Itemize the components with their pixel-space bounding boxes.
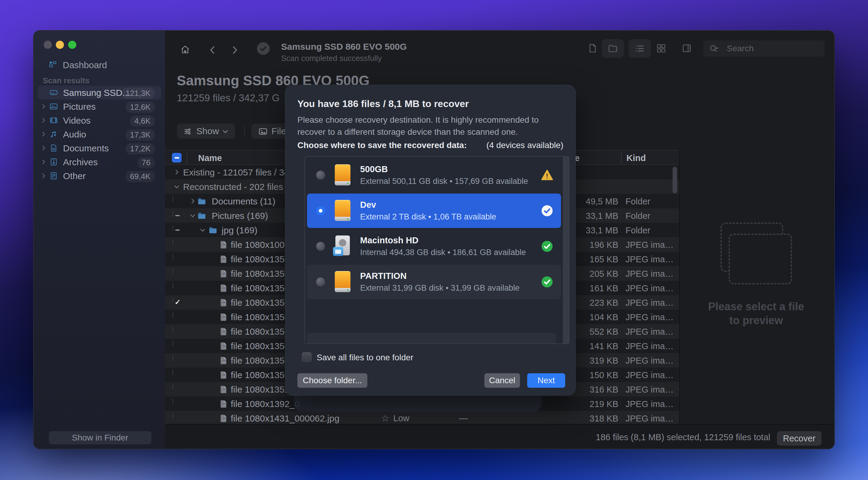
sidebar-item[interactable]: Archives 76	[38, 155, 161, 169]
row-kind: Folder	[625, 211, 650, 221]
row-type-icon	[219, 370, 228, 380]
save-to-one-folder-checkbox[interactable]	[302, 352, 312, 362]
sidebar-item-icon	[49, 116, 58, 125]
forward-icon[interactable]	[229, 44, 240, 56]
row-disclosure-icon[interactable]	[189, 212, 196, 219]
row-checkbox[interactable]	[173, 399, 173, 404]
grid-view-icon[interactable]	[656, 43, 666, 54]
device-drive-icon	[333, 164, 352, 187]
sidebar-item-icon	[49, 157, 58, 166]
500GB[interactable]: 500GB External 500,11 GB disk • 157,69 G…	[307, 158, 561, 192]
row-checkbox[interactable]	[173, 384, 173, 390]
select-all-checkbox[interactable]	[172, 153, 182, 162]
column-header-kind[interactable]: Kind	[626, 153, 646, 163]
row-size: 318 KB	[590, 414, 618, 424]
chevron-right-icon[interactable]	[40, 103, 47, 110]
row-type-icon	[165, 167, 175, 177]
sidebar-item-dashboard[interactable]: Dashboard	[34, 59, 165, 71]
preview-panel-icon[interactable]	[681, 43, 692, 54]
sidebar-item-icon	[49, 102, 58, 111]
device-description: Internal 494,38 GB disk • 186,61 GB avai…	[360, 248, 540, 257]
row-disclosure-icon[interactable]	[189, 197, 196, 205]
close-window-button[interactable]	[44, 41, 52, 49]
sidebar-item-count: 121,3K	[122, 88, 155, 99]
row-disclosure-icon[interactable]	[199, 226, 206, 234]
sidebar-item[interactable]: Videos 4,6K	[38, 114, 161, 127]
choose-folder-button[interactable]: Choose folder...	[298, 373, 367, 388]
toolbar-title: Samsung SSD 860 EVO 500G	[281, 42, 407, 52]
table-scrollbar[interactable]	[673, 167, 677, 193]
show-filter-button[interactable]: Show	[177, 124, 235, 139]
PARTITION[interactable]: PARTITION External 31,99 GB disk • 31,99…	[307, 265, 561, 299]
row-type-icon	[219, 384, 228, 394]
minimize-window-button[interactable]	[56, 41, 64, 49]
dialog-title: You have 186 files / 8,1 MB to recover	[298, 98, 469, 109]
device-list-scrollbar[interactable]	[563, 157, 569, 344]
preview-placeholder-box-front	[728, 234, 792, 284]
row-kind: JPEG ima…	[625, 356, 674, 366]
row-checkbox[interactable]	[173, 196, 173, 202]
row-checkbox[interactable]	[173, 269, 173, 274]
row-checkbox[interactable]	[173, 413, 173, 419]
home-icon[interactable]	[180, 44, 191, 55]
list-view-button[interactable]	[628, 39, 651, 58]
row-checkbox[interactable]	[173, 312, 173, 318]
device-radio[interactable]	[316, 277, 325, 286]
row-checkbox[interactable]	[173, 225, 173, 231]
column-header-name[interactable]: Name	[198, 153, 222, 163]
row-size: 319 KB	[590, 356, 618, 366]
row-kind: JPEG ima…	[625, 283, 674, 293]
row-type-icon	[219, 341, 228, 351]
row-checkbox[interactable]	[173, 341, 173, 346]
sidebar-item[interactable]: Audio 17,3K	[38, 127, 161, 141]
sidebar-item-label: Videos	[63, 116, 91, 126]
file 1080x1431_000062.jpg[interactable]: file 1080x1431_000062.jpg ☆ Low — 318 KB…	[165, 411, 679, 424]
folder-view-button[interactable]	[602, 39, 624, 58]
row-type-icon	[219, 399, 228, 409]
sidebar-item[interactable]: Documents 17,2K	[38, 141, 161, 155]
row-checkbox[interactable]	[173, 297, 173, 303]
row-kind: JPEG ima…	[625, 312, 674, 322]
row-checkbox[interactable]	[173, 326, 173, 332]
row-kind: JPEG ima…	[625, 370, 674, 380]
sidebar-item-count: 76	[137, 157, 155, 168]
chevron-right-icon[interactable]	[40, 117, 47, 124]
show-in-finder-button[interactable]: Show in Finder	[49, 431, 151, 444]
row-type-icon	[219, 326, 228, 336]
row-checkbox[interactable]	[173, 240, 173, 245]
device-drive-icon	[333, 270, 352, 293]
scan-status-check-icon	[257, 42, 270, 55]
new-file-icon[interactable]	[587, 43, 598, 54]
sidebar-item[interactable]: Pictures 12,6K	[38, 99, 161, 114]
Dev[interactable]: Dev External 2 TB disk • 1,06 TB availab…	[307, 194, 561, 228]
row-checkbox[interactable]	[173, 211, 173, 216]
sidebar-item[interactable]: Other 69,4K	[38, 169, 161, 183]
search-input[interactable]: Search	[703, 40, 825, 57]
device-row-partial	[307, 333, 556, 344]
row-type-icon	[219, 312, 228, 322]
sidebar-item-label: Audio	[63, 129, 86, 139]
row-kind: JPEG ima…	[625, 269, 674, 279]
row-checkbox[interactable]	[173, 370, 173, 375]
Macintosh HD[interactable]: Macintosh HD Internal 494,38 GB disk • 1…	[307, 229, 561, 263]
chevron-right-icon[interactable]	[40, 131, 47, 138]
row-checkbox[interactable]	[173, 283, 173, 289]
next-button[interactable]: Next	[527, 373, 565, 388]
zoom-window-button[interactable]	[68, 41, 76, 49]
row-name: file 1080x1431_000062.jpg	[231, 413, 339, 424]
device-radio[interactable]	[316, 171, 325, 180]
device-radio[interactable]	[316, 206, 325, 215]
back-icon[interactable]	[207, 44, 218, 56]
recover-button[interactable]: Recover	[777, 431, 822, 446]
device-radio[interactable]	[316, 242, 325, 251]
chevron-right-icon[interactable]	[40, 172, 47, 180]
device-drive-icon	[333, 199, 352, 222]
sidebar-item-icon	[49, 143, 58, 153]
chevron-right-icon[interactable]	[40, 158, 47, 165]
rating-label: Low	[393, 413, 409, 423]
chevron-right-icon[interactable]	[40, 145, 47, 152]
cancel-button[interactable]: Cancel	[484, 373, 520, 388]
row-checkbox[interactable]	[173, 355, 173, 361]
row-checkbox[interactable]	[173, 254, 173, 260]
sidebar-item[interactable]: Samsung SSD... 121,3K	[38, 86, 161, 99]
